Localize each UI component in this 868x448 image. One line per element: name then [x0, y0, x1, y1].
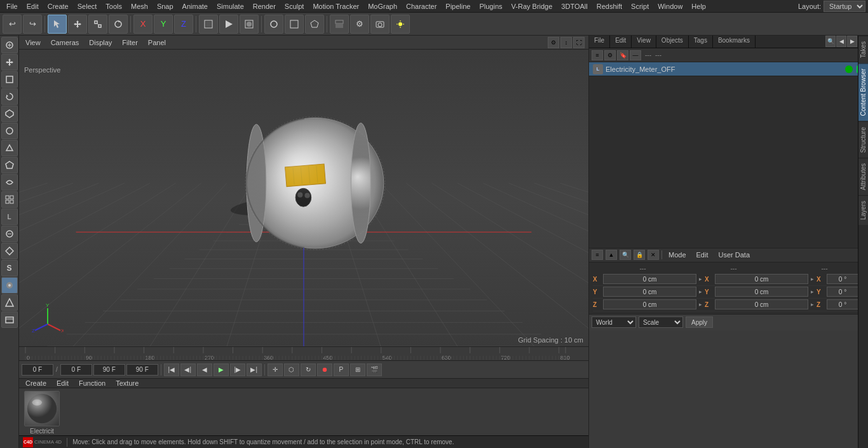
attr-tb-btn-lock[interactable]: 🔒 — [634, 250, 645, 260]
left-tool-16[interactable] — [1, 311, 18, 328]
attr-mode-btn[interactable]: Mode — [665, 250, 690, 259]
menu-help[interactable]: Help — [688, 2, 710, 11]
menu-tools[interactable]: Tools — [102, 2, 126, 11]
vp-panel-btn[interactable]: Panel — [146, 38, 168, 47]
obj-tb-btn-2[interactable]: 🔖 — [617, 50, 628, 60]
left-tool-0[interactable] — [1, 37, 18, 53]
record-button[interactable]: ⏺ — [317, 363, 332, 376]
vp-icon-2[interactable]: ⛶ — [573, 37, 585, 48]
menu-script[interactable]: Script — [627, 2, 653, 11]
floor-button[interactable] — [330, 15, 349, 34]
material-item[interactable]: Electricit — [24, 391, 60, 435]
obj-tb-btn-3[interactable]: — — [630, 50, 641, 60]
object-row-0[interactable]: L Electricity_Meter_OFF — [589, 62, 868, 76]
left-tool-3[interactable] — [1, 88, 18, 105]
left-tool-7[interactable] — [1, 157, 18, 173]
rp-tab-tags[interactable]: Tags — [689, 36, 713, 48]
left-tool-14[interactable] — [1, 277, 18, 294]
left-tool-9[interactable] — [1, 191, 18, 208]
apply-button[interactable]: Apply — [686, 316, 713, 328]
mat-function-btn[interactable]: Function — [76, 379, 108, 388]
rp-tab-bookmarks[interactable]: Bookmarks — [713, 36, 756, 48]
move-tool-button[interactable] — [68, 15, 87, 34]
y-axis-button[interactable]: Y — [154, 15, 173, 34]
menu-file[interactable]: File — [3, 2, 22, 11]
x-axis-button[interactable]: X — [133, 15, 153, 34]
menu-mesh[interactable]: Mesh — [127, 2, 152, 11]
rp-search-button[interactable]: 🔍 — [825, 36, 836, 47]
move-pb-button[interactable]: ✛ — [268, 363, 283, 376]
menu-edit[interactable]: Edit — [23, 2, 43, 11]
coord-x-pos[interactable] — [603, 274, 696, 284]
menu-sculpt[interactable]: Sculpt — [281, 2, 308, 11]
menu-animate[interactable]: Animate — [179, 2, 212, 11]
coord-z-size[interactable] — [715, 299, 808, 309]
view-settings-button[interactable]: ⚙ — [350, 15, 369, 34]
obj-visibility-dot-0[interactable] — [845, 65, 853, 73]
rp-tab-view[interactable]: View — [632, 36, 656, 48]
scale-pb-button[interactable]: ⬡ — [284, 363, 299, 376]
menu-mograph[interactable]: MoGraph — [364, 2, 401, 11]
light-button[interactable] — [391, 15, 410, 34]
scale-tool-button[interactable] — [88, 15, 107, 34]
mat-edit-btn[interactable]: Edit — [54, 379, 71, 388]
menu-simulate[interactable]: Simulate — [213, 2, 248, 11]
select-tool-button[interactable] — [48, 15, 67, 34]
coord-y-rot[interactable] — [827, 287, 858, 297]
coord-y-pos[interactable] — [603, 287, 696, 297]
left-tool-6[interactable] — [1, 140, 18, 156]
vtab-takes[interactable]: Takes — [858, 36, 868, 63]
left-tool-1[interactable] — [1, 54, 18, 71]
coord-y-size[interactable] — [715, 287, 808, 297]
rp-tab-edit[interactable]: Edit — [610, 36, 632, 48]
vp-display-btn[interactable]: Display — [86, 38, 114, 47]
menu-snap[interactable]: Snap — [153, 2, 177, 11]
play-forward-button[interactable]: ▶ — [214, 363, 229, 376]
camera-button[interactable] — [370, 15, 390, 34]
step-forward-button[interactable]: |▶ — [230, 363, 245, 376]
film-button[interactable]: 🎬 — [367, 363, 382, 376]
timeline-ruler[interactable] — [19, 347, 588, 360]
attr-edit-btn[interactable]: Edit — [693, 250, 712, 259]
layout-dropdown[interactable]: Startup — [824, 1, 865, 12]
menu-window[interactable]: Window — [654, 2, 686, 11]
rotate-pb-button[interactable]: ↻ — [301, 363, 316, 376]
end-frame-input[interactable] — [93, 364, 125, 376]
menu-redshift[interactable]: Redshift — [593, 2, 626, 11]
left-tool-13[interactable]: S — [1, 260, 18, 276]
menu-motion-tracker[interactable]: Motion Tracker — [309, 2, 363, 11]
vp-view-btn[interactable]: View — [23, 38, 43, 47]
poly-mode-button[interactable] — [305, 15, 324, 34]
coord-x-size[interactable] — [715, 274, 808, 284]
attr-tb-btn-0[interactable]: ≡ — [592, 250, 603, 260]
redo-button[interactable]: ↪ — [23, 15, 42, 34]
rp-tab-file[interactable]: File — [589, 36, 610, 48]
menu-pipeline[interactable]: Pipeline — [442, 2, 474, 11]
left-tool-15[interactable] — [1, 294, 18, 311]
jump-start-button[interactable]: |◀ — [164, 363, 179, 376]
coord-system-select[interactable]: World — [592, 316, 636, 328]
vtab-content-browser[interactable]: Content Browser — [858, 63, 868, 121]
mat-texture-btn[interactable]: Texture — [113, 379, 141, 388]
menu-plugins[interactable]: Plugins — [475, 2, 506, 11]
jump-end-button[interactable]: ▶| — [247, 363, 262, 376]
menu-create[interactable]: Create — [44, 2, 72, 11]
render-region-button[interactable] — [199, 15, 218, 34]
edge-mode-button[interactable] — [285, 15, 304, 34]
play-back-button[interactable]: ◀ — [197, 363, 212, 376]
vp-icon-0[interactable]: ⚙ — [548, 37, 559, 48]
undo-button[interactable]: ↩ — [3, 15, 22, 34]
grid-pb-button[interactable]: ⊞ — [350, 363, 365, 376]
attr-tb-btn-close[interactable]: ✕ — [648, 250, 659, 260]
menu-vray[interactable]: V-Ray Bridge — [508, 2, 557, 11]
menu-3dtoall[interactable]: 3DTOAll — [557, 2, 591, 11]
coord-z-rot[interactable] — [827, 299, 858, 309]
auto-keyframe-button[interactable]: P — [334, 363, 349, 376]
render-button[interactable] — [219, 15, 238, 34]
menu-render[interactable]: Render — [249, 2, 280, 11]
vtab-structure[interactable]: Structure — [858, 121, 868, 158]
viewport-canvas[interactable]: Perspective Grid Spacing : 10 cm X Y Z — [19, 50, 588, 346]
vp-filter-btn[interactable]: Filter — [119, 38, 140, 47]
obj-tb-btn-0[interactable]: ≡ — [592, 50, 603, 60]
attr-userdata-btn[interactable]: User Data — [715, 250, 754, 259]
